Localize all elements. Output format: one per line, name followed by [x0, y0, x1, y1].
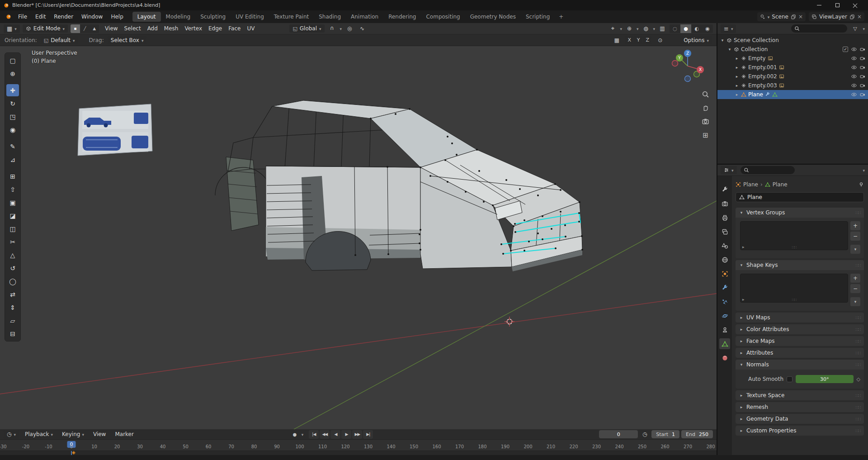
list-resize-grip[interactable] [792, 245, 796, 250]
shading-solid-button[interactable]: ● [680, 24, 691, 33]
outliner-filter-caret-icon[interactable] [863, 25, 865, 32]
tab-material[interactable] [719, 352, 730, 363]
breadcrumb-object[interactable]: Plane [743, 181, 758, 188]
eye-icon[interactable] [851, 83, 857, 88]
shading-material-button[interactable]: ◐ [691, 24, 702, 33]
viewport-menu-uv[interactable]: UV [244, 24, 258, 33]
options-dropdown[interactable]: Options [680, 36, 712, 44]
properties-search-input[interactable] [751, 167, 792, 173]
tool-rip-region[interactable]: ⊟ [6, 327, 19, 340]
workspace-shading[interactable]: Shading [314, 12, 346, 22]
outliner-search-input[interactable] [802, 26, 844, 32]
list-filter-toggle-icon[interactable] [742, 245, 745, 249]
viewport-menu-vertex[interactable]: Vertex [181, 24, 205, 33]
maximize-button[interactable] [828, 0, 846, 10]
section-header-normals[interactable]: Normals [736, 360, 864, 370]
outliner-row-empty-003[interactable]: ▸ Empty.003 [717, 81, 868, 90]
tab-object-data[interactable] [719, 338, 730, 349]
expand-icon[interactable]: ▸ [735, 83, 739, 88]
use-preview-range-button[interactable] [640, 430, 650, 439]
editor-type-dropdown[interactable] [4, 24, 20, 33]
unlink-scene-button[interactable] [798, 14, 803, 20]
pin-icon[interactable] [859, 182, 864, 187]
jump-to-next-keyframe[interactable]: ▶▶ [352, 430, 362, 439]
menu-file[interactable]: File [14, 12, 31, 21]
vertex-select-mode[interactable]: ▪ [71, 24, 80, 33]
frame-end-field[interactable]: End 250 [681, 430, 713, 438]
outliner-row-empty-002[interactable]: ▸ Empty.002 [717, 72, 868, 81]
list-resize-grip[interactable] [792, 298, 796, 302]
outliner-row-collection[interactable]: ▾ Collection [717, 45, 868, 54]
expand-icon[interactable]: ▸ [735, 65, 739, 70]
timeline-menu-playback[interactable]: Playback [21, 430, 57, 439]
shape-key-specials-button[interactable] [850, 297, 860, 306]
jump-to-end[interactable]: ▶| [363, 430, 373, 439]
workspace-texture-paint[interactable]: Texture Paint [269, 12, 314, 22]
tab-particles[interactable] [719, 296, 730, 307]
workspace-modeling[interactable]: Modeling [161, 12, 196, 22]
section-header-texture-space[interactable]: Texture Space [736, 390, 864, 400]
section-header-custom-properties[interactable]: Custom Properties [736, 426, 864, 436]
section-header-color-attributes[interactable]: Color Attributes [736, 324, 864, 334]
tool-rotate[interactable]: ↻ [6, 97, 19, 109]
tab-output[interactable] [719, 212, 730, 223]
pan-hand-icon[interactable] [702, 104, 709, 112]
outliner-row-plane[interactable]: ▸ Plane [717, 90, 868, 99]
viewport-menu-face[interactable]: Face [225, 24, 244, 33]
workspace-scripting[interactable]: Scripting [521, 12, 555, 22]
vertex-group-specials-button[interactable] [850, 245, 860, 254]
tool-poly-build[interactable]: △ [6, 249, 19, 261]
vertex-groups-list[interactable] [740, 221, 848, 250]
tool-measure[interactable]: ⊿ [6, 153, 19, 166]
outliner-filter-button[interactable] [850, 24, 860, 33]
section-header-uv-maps[interactable]: UV Maps [736, 313, 864, 322]
section-header-shape-keys[interactable]: Shape Keys [736, 260, 864, 270]
tab-modifiers[interactable] [719, 282, 730, 293]
blender-menu-icon[interactable] [4, 12, 14, 21]
tool-loop-cut[interactable]: ◫ [6, 223, 19, 235]
tab-tool[interactable] [719, 184, 730, 195]
properties-options-caret-icon[interactable] [863, 167, 865, 173]
add-vertex-group-button[interactable] [850, 221, 860, 230]
tool-extrude-region[interactable]: ⇧ [6, 183, 19, 195]
menu-edit[interactable]: Edit [31, 12, 50, 21]
viewport-menu-edge[interactable]: Edge [205, 24, 225, 33]
tool-scale[interactable]: ◳ [6, 110, 19, 123]
ortho-grid-icon[interactable] [703, 131, 708, 139]
viewport-menu-select[interactable]: Select [121, 24, 144, 33]
snap-base-icon[interactable] [655, 36, 665, 45]
xray-toggle-button[interactable] [657, 24, 667, 33]
data-name-field[interactable]: Plane [736, 192, 864, 202]
camera-icon[interactable] [860, 74, 865, 79]
tool-add-cube[interactable]: ⊞ [6, 170, 19, 182]
outliner-row-empty[interactable]: ▸ Empty [717, 54, 868, 63]
snap-settings-caret-icon[interactable] [340, 25, 342, 32]
keyframe-marker-icon[interactable] [72, 451, 75, 455]
camera-icon[interactable] [860, 65, 865, 70]
tool-spin[interactable]: ↺ [6, 262, 19, 274]
eye-icon[interactable] [851, 56, 857, 61]
transform-orientation-dropdown[interactable]: Global [289, 24, 324, 33]
outliner-editor-dropdown[interactable] [721, 24, 736, 33]
tool-move[interactable]: ✚ [6, 84, 19, 96]
tool-cursor[interactable]: ⊕ [6, 67, 19, 80]
axis-neg-z[interactable] [685, 76, 691, 82]
mode-dropdown[interactable]: Edit Mode [23, 24, 68, 33]
play-reverse[interactable]: ◀ [330, 430, 340, 439]
edge-select-mode[interactable]: ╱ [80, 24, 90, 33]
auto-keying-button[interactable] [290, 430, 300, 439]
properties-editor-dropdown[interactable] [721, 166, 737, 174]
list-filter-toggle-icon[interactable] [742, 297, 745, 302]
remove-vertex-group-button[interactable] [850, 232, 860, 241]
mirror-icon[interactable] [612, 36, 622, 45]
camera-icon[interactable] [860, 83, 865, 88]
tab-object[interactable] [719, 268, 730, 279]
shading-wireframe-button[interactable]: ◌ [670, 24, 680, 33]
workspace-rendering[interactable]: Rendering [383, 12, 421, 22]
remove-view-layer-button[interactable] [857, 14, 862, 20]
auto-smooth-angle-slider[interactable]: 30° [796, 375, 854, 383]
auto-smooth-checkbox[interactable] [787, 376, 793, 382]
axis-neg-x[interactable] [672, 61, 678, 66]
timeline-menu-marker[interactable]: Marker [111, 430, 137, 439]
tool-edge-slide[interactable]: ⇄ [6, 288, 19, 300]
